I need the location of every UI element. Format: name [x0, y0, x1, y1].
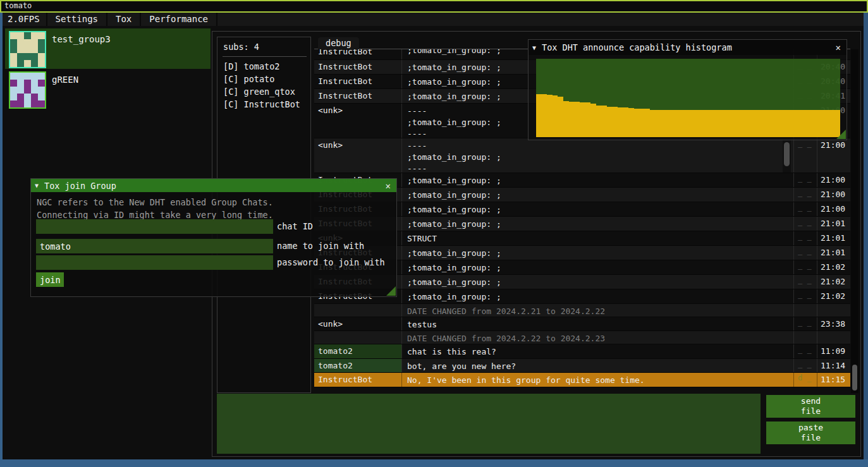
sender-name: InstructBot — [314, 89, 401, 103]
paste-file-button[interactable]: paste file — [766, 422, 855, 444]
histogram-bin — [558, 97, 563, 137]
dht-capability-histogram — [536, 59, 840, 137]
histogram-bin — [601, 106, 607, 137]
menu-performance[interactable]: Performance — [141, 13, 217, 26]
message-text: ;tomato_in_group: ; — [401, 275, 793, 289]
close-icon[interactable]: ✕ — [834, 42, 843, 52]
histogram-bin — [721, 110, 726, 137]
chat-message-row[interactable]: <unk>testus_ _23:38 — [314, 317, 850, 331]
histogram-window: ▼ Tox DHT announce capability histogram … — [528, 39, 847, 140]
histogram-bin — [628, 108, 634, 137]
member-list-item[interactable]: [C] InstructBot — [217, 98, 310, 111]
window-edge-bottom — [0, 459, 868, 467]
group-name: gREEN — [52, 75, 78, 85]
message-input[interactable] — [217, 394, 761, 454]
histogram-bin — [775, 110, 781, 137]
sender-name — [314, 331, 401, 344]
join-group-window: ▼ Tox join Group ✕ NGC refers to the New… — [30, 178, 397, 297]
join-password-label: password to join with — [273, 255, 385, 270]
chat-scrollbar-thumb[interactable] — [852, 365, 857, 391]
message-text: ;tomato_in_group: ; — [401, 260, 793, 274]
message-text: bot, are you new here? — [401, 359, 793, 372]
message-text: ;tomato_in_group: ; — [401, 188, 793, 202]
menu-tox[interactable]: Tox — [107, 13, 141, 26]
group-avatar — [9, 71, 46, 109]
chat-scrollbar[interactable] — [851, 49, 859, 393]
group-avatar — [9, 31, 46, 68]
message-timestamp: 21:02 — [817, 275, 850, 289]
chat-message-row[interactable]: tomato2chat is this real?_ _11:09 — [314, 344, 850, 359]
delivery-flags: _ _ — [793, 217, 817, 231]
send-file-button[interactable]: send file — [766, 395, 855, 418]
histogram-bin — [677, 110, 683, 137]
join-description-line1: NGC refers to the New DHT enabled Group … — [37, 196, 396, 209]
chat-message-row[interactable]: DATE CHANGED from 2024.2.22 to 2024.2.23 — [314, 331, 850, 344]
delivery-flags: _ _ — [793, 246, 817, 260]
chat-message-row[interactable]: <unk>---- ;tomato_in_group: ; ----_ _21:… — [314, 138, 850, 173]
close-icon[interactable]: ✕ — [384, 181, 393, 191]
join-password-field[interactable] — [36, 255, 273, 270]
delivery-flags — [793, 304, 817, 317]
join-window-titlebar[interactable]: ▼ Tox join Group ✕ — [31, 179, 396, 192]
histogram-window-titlebar[interactable]: ▼ Tox DHT announce capability histogram … — [529, 40, 847, 55]
menu-settings[interactable]: Settings — [47, 13, 107, 26]
histogram-bin — [580, 102, 585, 137]
histogram-bin — [813, 110, 819, 137]
sender-name: <unk> — [314, 138, 401, 173]
group-list-item[interactable]: gREEN — [5, 69, 211, 109]
histogram-bin — [547, 95, 553, 137]
histogram-bin — [824, 110, 829, 137]
message-text: No, I've been in this group for quite so… — [401, 373, 793, 387]
message-text: STRUCT — [401, 231, 793, 245]
histogram-bin — [731, 110, 737, 137]
member-list-item[interactable]: [C] green_qtox — [217, 85, 310, 98]
group-list-item[interactable]: test_group3 — [5, 28, 211, 69]
resize-grip[interactable] — [386, 286, 396, 296]
chat-id-label: chat ID — [273, 219, 313, 234]
histogram-bin — [716, 110, 721, 137]
message-cell-scrollbar-thumb[interactable] — [784, 142, 790, 166]
histogram-bin — [666, 110, 672, 137]
histogram-window-title: Tox DHT announce capability histogram — [542, 42, 732, 52]
group-name: test_group3 — [52, 34, 111, 44]
tab-debug[interactable]: debug — [318, 37, 359, 49]
message-text: ---- ;tomato_in_group: ; ---- — [401, 138, 793, 173]
members-separator — [223, 56, 307, 57]
member-list-item[interactable]: [C] potato — [217, 73, 310, 85]
resize-grip[interactable] — [836, 130, 846, 139]
collapse-arrow-icon[interactable]: ▼ — [35, 182, 39, 189]
histogram-bin — [596, 106, 602, 137]
histogram-bin — [704, 110, 710, 137]
histogram-bin — [754, 110, 759, 137]
join-name-field[interactable] — [36, 239, 273, 253]
chat-id-field[interactable] — [36, 219, 273, 234]
histogram-bin — [694, 110, 699, 137]
sender-name: InstructBot — [314, 373, 401, 387]
histogram-bin — [726, 110, 732, 137]
member-list-item[interactable]: [D] tomato2 — [217, 60, 310, 73]
histogram-bin — [661, 110, 667, 137]
chat-message-row[interactable]: DATE CHANGED from 2024.2.21 to 2024.2.22 — [314, 304, 850, 317]
os-titlebar[interactable]: tomato — [0, 0, 868, 13]
histogram-bin — [639, 109, 645, 137]
join-name-label: name to join with — [273, 239, 364, 253]
histogram-bin — [819, 110, 824, 137]
chat-message-row[interactable]: tomato2bot, are you new here?_ _11:14 — [314, 359, 850, 373]
delivery-flags: _ _ — [793, 359, 817, 372]
chat-message-row[interactable]: InstructBotNo, I've been in this group f… — [314, 373, 850, 387]
collapse-arrow-icon[interactable]: ▼ — [532, 44, 536, 51]
fps-indicator: 2.0FPS — [3, 13, 47, 26]
members-count-label: subs: 4 — [217, 37, 310, 52]
menu-bar: 2.0FPS Settings Tox Performance — [3, 13, 864, 26]
histogram-bin — [699, 110, 705, 137]
histogram-bin — [737, 110, 743, 137]
histogram-bin — [590, 104, 596, 137]
histogram-bin — [786, 110, 792, 137]
message-cell-scrollbar[interactable] — [783, 139, 791, 173]
histogram-bin — [710, 110, 716, 137]
delivery-flags: _ _ — [793, 173, 817, 187]
join-button[interactable]: join — [36, 272, 64, 287]
histogram-bin — [569, 102, 575, 137]
histogram-bin — [764, 110, 770, 137]
delivery-flags: _ _ — [793, 138, 817, 173]
